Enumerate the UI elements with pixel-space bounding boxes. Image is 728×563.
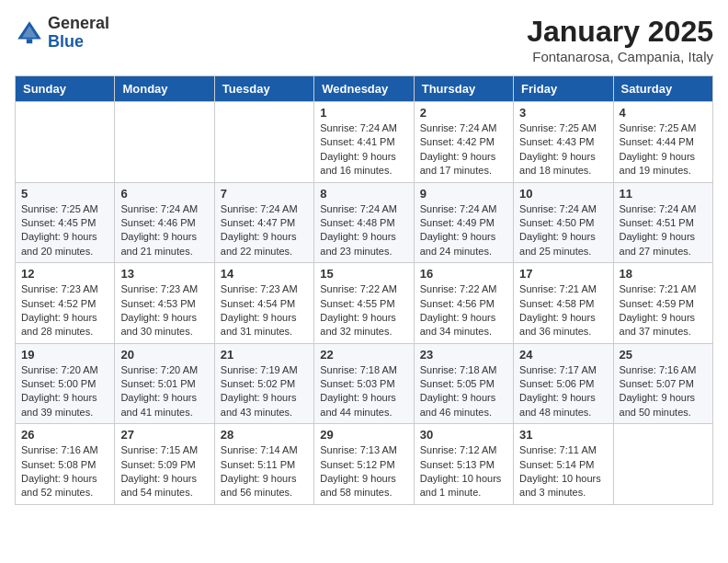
day-number: 12	[21, 267, 108, 281]
calendar-cell: 29Sunrise: 7:13 AM Sunset: 5:12 PM Dayli…	[314, 424, 414, 505]
day-content: Sunrise: 7:12 AM Sunset: 5:13 PM Dayligh…	[420, 443, 507, 500]
calendar-header-cell: Saturday	[613, 76, 712, 102]
day-content: Sunrise: 7:22 AM Sunset: 4:55 PM Dayligh…	[320, 282, 407, 339]
calendar: SundayMondayTuesdayWednesdayThursdayFrid…	[15, 75, 713, 505]
day-number: 29	[320, 428, 407, 442]
calendar-header-cell: Monday	[115, 76, 214, 102]
day-content: Sunrise: 7:20 AM Sunset: 5:00 PM Dayligh…	[21, 363, 108, 420]
calendar-cell: 1Sunrise: 7:24 AM Sunset: 4:41 PM Daylig…	[314, 102, 414, 183]
calendar-cell: 14Sunrise: 7:23 AM Sunset: 4:54 PM Dayli…	[214, 263, 313, 344]
day-content: Sunrise: 7:15 AM Sunset: 5:09 PM Dayligh…	[120, 443, 208, 500]
calendar-cell: 8Sunrise: 7:24 AM Sunset: 4:48 PM Daylig…	[314, 182, 414, 263]
calendar-cell: 6Sunrise: 7:24 AM Sunset: 4:46 PM Daylig…	[115, 182, 214, 263]
day-content: Sunrise: 7:24 AM Sunset: 4:46 PM Dayligh…	[120, 202, 208, 259]
day-number: 26	[21, 428, 108, 442]
day-content: Sunrise: 7:14 AM Sunset: 5:11 PM Dayligh…	[221, 443, 308, 500]
day-number: 30	[420, 428, 507, 442]
day-number: 9	[420, 187, 507, 201]
day-content: Sunrise: 7:16 AM Sunset: 5:08 PM Dayligh…	[21, 443, 108, 500]
day-number: 5	[21, 187, 108, 201]
day-number: 8	[320, 187, 407, 201]
logo: General Blue	[15, 15, 109, 52]
calendar-cell: 3Sunrise: 7:25 AM Sunset: 4:43 PM Daylig…	[514, 102, 613, 183]
calendar-cell: 30Sunrise: 7:12 AM Sunset: 5:13 PM Dayli…	[414, 424, 513, 505]
calendar-cell	[115, 102, 214, 183]
day-number: 27	[120, 428, 208, 442]
day-number: 1	[320, 106, 407, 120]
day-number: 19	[21, 348, 108, 362]
logo-blue: Blue	[48, 33, 109, 52]
calendar-cell: 9Sunrise: 7:24 AM Sunset: 4:49 PM Daylig…	[414, 182, 513, 263]
calendar-cell: 5Sunrise: 7:25 AM Sunset: 4:45 PM Daylig…	[16, 182, 115, 263]
calendar-cell: 11Sunrise: 7:24 AM Sunset: 4:51 PM Dayli…	[613, 182, 712, 263]
calendar-cell: 25Sunrise: 7:16 AM Sunset: 5:07 PM Dayli…	[613, 343, 712, 424]
day-number: 23	[420, 348, 507, 362]
logo-text: General Blue	[48, 15, 109, 52]
day-content: Sunrise: 7:24 AM Sunset: 4:47 PM Dayligh…	[221, 202, 308, 259]
day-content: Sunrise: 7:21 AM Sunset: 4:58 PM Dayligh…	[519, 282, 607, 339]
calendar-cell: 31Sunrise: 7:11 AM Sunset: 5:14 PM Dayli…	[514, 424, 613, 505]
calendar-cell: 18Sunrise: 7:21 AM Sunset: 4:59 PM Dayli…	[613, 263, 712, 344]
calendar-cell	[16, 102, 115, 183]
day-content: Sunrise: 7:13 AM Sunset: 5:12 PM Dayligh…	[320, 443, 407, 500]
calendar-week-row: 1Sunrise: 7:24 AM Sunset: 4:41 PM Daylig…	[16, 102, 713, 183]
calendar-cell: 4Sunrise: 7:25 AM Sunset: 4:44 PM Daylig…	[613, 102, 712, 183]
day-number: 17	[519, 267, 607, 281]
calendar-week-row: 19Sunrise: 7:20 AM Sunset: 5:00 PM Dayli…	[16, 343, 713, 424]
day-content: Sunrise: 7:19 AM Sunset: 5:02 PM Dayligh…	[221, 363, 308, 420]
day-content: Sunrise: 7:23 AM Sunset: 4:54 PM Dayligh…	[221, 282, 308, 339]
calendar-week-row: 12Sunrise: 7:23 AM Sunset: 4:52 PM Dayli…	[16, 263, 713, 344]
day-content: Sunrise: 7:24 AM Sunset: 4:49 PM Dayligh…	[420, 202, 507, 259]
logo-general: General	[48, 15, 109, 33]
calendar-cell: 24Sunrise: 7:17 AM Sunset: 5:06 PM Dayli…	[514, 343, 613, 424]
logo-icon	[15, 18, 44, 48]
day-content: Sunrise: 7:24 AM Sunset: 4:50 PM Dayligh…	[519, 202, 607, 259]
day-content: Sunrise: 7:17 AM Sunset: 5:06 PM Dayligh…	[519, 363, 607, 420]
day-content: Sunrise: 7:16 AM Sunset: 5:07 PM Dayligh…	[620, 363, 707, 420]
calendar-week-row: 26Sunrise: 7:16 AM Sunset: 5:08 PM Dayli…	[16, 424, 713, 505]
day-content: Sunrise: 7:18 AM Sunset: 5:03 PM Dayligh…	[320, 363, 407, 420]
calendar-cell	[214, 102, 313, 183]
calendar-cell: 13Sunrise: 7:23 AM Sunset: 4:53 PM Dayli…	[115, 263, 214, 344]
day-number: 25	[620, 348, 707, 362]
calendar-cell: 16Sunrise: 7:22 AM Sunset: 4:56 PM Dayli…	[414, 263, 513, 344]
day-number: 13	[120, 267, 208, 281]
calendar-cell: 10Sunrise: 7:24 AM Sunset: 4:50 PM Dayli…	[514, 182, 613, 263]
day-number: 14	[221, 267, 308, 281]
calendar-body: 1Sunrise: 7:24 AM Sunset: 4:41 PM Daylig…	[16, 102, 713, 505]
calendar-cell: 20Sunrise: 7:20 AM Sunset: 5:01 PM Dayli…	[115, 343, 214, 424]
month-title: January 2025	[527, 15, 713, 49]
calendar-cell: 21Sunrise: 7:19 AM Sunset: 5:02 PM Dayli…	[214, 343, 313, 424]
calendar-header-cell: Sunday	[16, 76, 115, 102]
day-number: 31	[519, 428, 607, 442]
calendar-header: SundayMondayTuesdayWednesdayThursdayFrid…	[16, 76, 713, 102]
day-number: 7	[221, 187, 308, 201]
day-content: Sunrise: 7:11 AM Sunset: 5:14 PM Dayligh…	[519, 443, 607, 500]
day-number: 15	[320, 267, 407, 281]
day-content: Sunrise: 7:24 AM Sunset: 4:51 PM Dayligh…	[620, 202, 707, 259]
day-content: Sunrise: 7:25 AM Sunset: 4:44 PM Dayligh…	[620, 121, 707, 178]
day-number: 16	[420, 267, 507, 281]
calendar-header-cell: Wednesday	[314, 76, 414, 102]
calendar-cell: 2Sunrise: 7:24 AM Sunset: 4:42 PM Daylig…	[414, 102, 513, 183]
day-content: Sunrise: 7:24 AM Sunset: 4:41 PM Dayligh…	[320, 121, 407, 178]
day-content: Sunrise: 7:20 AM Sunset: 5:01 PM Dayligh…	[120, 363, 208, 420]
day-number: 21	[221, 348, 308, 362]
day-number: 20	[120, 348, 208, 362]
title-section: January 2025 Fontanarosa, Campania, Ital…	[527, 15, 713, 64]
calendar-header-cell: Thursday	[414, 76, 513, 102]
day-content: Sunrise: 7:25 AM Sunset: 4:45 PM Dayligh…	[21, 202, 108, 259]
day-number: 22	[320, 348, 407, 362]
day-content: Sunrise: 7:23 AM Sunset: 4:52 PM Dayligh…	[21, 282, 108, 339]
calendar-cell: 27Sunrise: 7:15 AM Sunset: 5:09 PM Dayli…	[115, 424, 214, 505]
svg-rect-2	[27, 39, 32, 43]
calendar-cell: 12Sunrise: 7:23 AM Sunset: 4:52 PM Dayli…	[16, 263, 115, 344]
day-content: Sunrise: 7:24 AM Sunset: 4:42 PM Dayligh…	[420, 121, 507, 178]
day-number: 28	[221, 428, 308, 442]
calendar-cell: 28Sunrise: 7:14 AM Sunset: 5:11 PM Dayli…	[214, 424, 313, 505]
page-header: General Blue January 2025 Fontanarosa, C…	[15, 15, 713, 64]
location: Fontanarosa, Campania, Italy	[527, 49, 713, 64]
day-content: Sunrise: 7:22 AM Sunset: 4:56 PM Dayligh…	[420, 282, 507, 339]
day-number: 10	[519, 187, 607, 201]
calendar-header-row: SundayMondayTuesdayWednesdayThursdayFrid…	[16, 76, 713, 102]
